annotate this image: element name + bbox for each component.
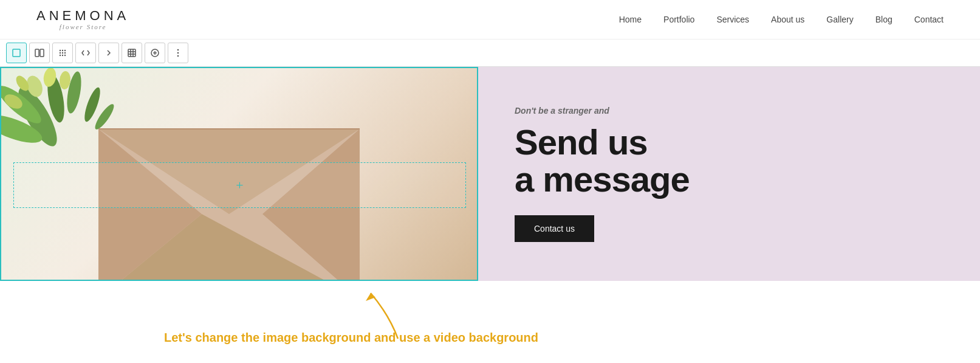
content-wrapper: + Don't be a stranger and Send us a mess… [0, 67, 980, 351]
svg-point-6 [60, 52, 61, 54]
toolbar [0, 40, 980, 67]
header: ANEMONA flower Store Home Portfolio Serv… [0, 0, 980, 40]
nav-item-blog[interactable]: Blog [875, 15, 893, 24]
annotation-text: Let's change the image background and us… [164, 331, 538, 345]
nav-item-portfolio[interactable]: Portfolio [663, 15, 694, 24]
svg-point-25 [44, 74, 67, 124]
svg-rect-1 [35, 49, 39, 57]
svg-marker-41 [366, 293, 375, 301]
image-background: + [1, 68, 477, 280]
svg-point-11 [64, 55, 66, 56]
right-title-line1: Send us [515, 122, 648, 162]
logo: ANEMONA flower Store [36, 9, 129, 30]
nav-item-about[interactable]: About us [771, 15, 804, 24]
svg-point-23 [12, 82, 64, 151]
svg-point-28 [24, 74, 46, 99]
toolbar-single-col-button[interactable] [6, 43, 27, 63]
logo-main-text: ANEMONA [36, 9, 129, 22]
toolbar-table-button[interactable] [122, 43, 142, 63]
svg-point-30 [13, 74, 31, 93]
svg-point-21 [177, 52, 179, 54]
svg-point-7 [62, 52, 63, 54]
svg-rect-2 [40, 49, 44, 57]
svg-rect-12 [128, 49, 135, 57]
right-title-line2: a message [515, 159, 690, 199]
selection-overlay[interactable]: + [13, 162, 466, 208]
svg-point-10 [62, 55, 63, 56]
svg-rect-0 [13, 49, 20, 57]
toolbar-expand-button[interactable] [98, 43, 119, 63]
left-panel[interactable]: + [0, 67, 478, 281]
selection-plus-icon: + [236, 179, 243, 192]
annotation-row: Let's change the image background and us… [0, 281, 980, 351]
toolbar-double-col-button[interactable] [29, 43, 50, 63]
svg-point-32 [2, 91, 25, 111]
nav-item-services[interactable]: Services [716, 15, 749, 24]
nav-item-contact[interactable]: Contact [914, 15, 944, 24]
svg-point-29 [42, 68, 57, 88]
svg-point-9 [60, 55, 61, 56]
nav-item-home[interactable]: Home [619, 15, 642, 24]
svg-point-3 [60, 50, 61, 51]
svg-point-31 [59, 71, 72, 89]
contact-us-button[interactable]: Contact us [515, 215, 594, 242]
toolbar-more-button[interactable] [168, 43, 188, 63]
svg-point-22 [177, 55, 179, 57]
toolbar-grid-button[interactable] [52, 43, 73, 63]
panels-row: + Don't be a stranger and Send us a mess… [0, 67, 980, 281]
toolbar-code-button[interactable] [75, 43, 96, 63]
nav-item-gallery[interactable]: Gallery [826, 15, 853, 24]
svg-point-8 [64, 52, 66, 54]
right-panel: Don't be a stranger and Send us a messag… [478, 67, 980, 281]
svg-point-5 [64, 50, 66, 51]
toolbar-add-button[interactable] [145, 43, 165, 63]
svg-point-20 [177, 49, 179, 51]
svg-point-24 [1, 80, 46, 128]
logo-sub-text: flower Store [60, 24, 107, 30]
svg-point-4 [62, 50, 63, 51]
main-nav: Home Portfolio Services About us Gallery… [619, 15, 944, 24]
right-title: Send us a message [515, 124, 944, 198]
svg-point-27 [1, 109, 45, 148]
right-subtitle: Don't be a stranger and [515, 106, 944, 116]
